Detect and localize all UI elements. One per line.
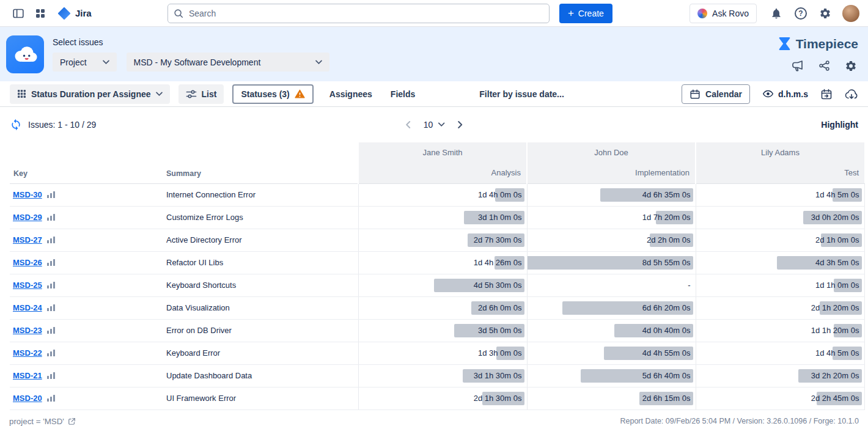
duration-format-label: d.h.m.s — [778, 89, 808, 99]
duration-value: 1d 4h 5m 0s — [815, 190, 859, 199]
duration-value: 4d 4h 55m 0s — [642, 348, 691, 358]
duration-format-button[interactable]: d.h.m.s — [762, 88, 808, 100]
issue-chart-icon[interactable] — [47, 259, 56, 266]
issue-chart-icon[interactable] — [47, 281, 56, 288]
table-row: MSD-29 Customize Error Logs 3d 1h 0m 0s … — [10, 206, 864, 229]
megaphone-icon — [791, 59, 804, 72]
feedback-button[interactable] — [791, 59, 804, 72]
assignees-button[interactable]: Assignees — [329, 89, 372, 99]
issue-chart-icon[interactable] — [47, 349, 56, 356]
table-row: MSD-21 Update Dashboard Data 3d 1h 30m 0… — [10, 364, 864, 387]
issue-key-link[interactable]: MSD-23 — [13, 326, 42, 335]
sidebar-toggle-button[interactable] — [9, 4, 28, 23]
jql-filter-link[interactable]: project = 'MSD' — [9, 417, 76, 426]
duration-value: 1d 7h 20m 0s — [642, 213, 691, 222]
page-size-dropdown[interactable]: 10 — [424, 120, 445, 130]
refresh-icon — [10, 119, 22, 131]
gear-icon — [819, 7, 831, 20]
issue-chart-icon[interactable] — [47, 213, 56, 221]
create-button[interactable]: + Create — [559, 4, 612, 23]
ask-rovo-button[interactable]: Ask Rovo — [690, 4, 757, 23]
view-mode-button[interactable]: List — [178, 84, 224, 104]
issue-summary: Keyboard Error — [165, 342, 358, 364]
duration-value: 5d 6h 40m 0s — [642, 371, 691, 380]
issue-chart-icon[interactable] — [47, 191, 56, 198]
report-toolbar: Status Duration per Assignee List Status… — [0, 81, 868, 107]
export-button[interactable] — [845, 88, 858, 100]
issue-chart-icon[interactable] — [47, 326, 56, 334]
chevron-right-icon — [457, 120, 463, 129]
duration-value: 2d 2h 45m 0s — [811, 394, 859, 403]
report-info: Report Date: 09/Feb/26 5:04 PM / Version… — [620, 417, 859, 425]
issue-summary: UI Framework Error — [165, 387, 358, 409]
app-switcher-button[interactable] — [31, 4, 50, 23]
duration-value: 2d 1h 0m 0s — [815, 235, 859, 244]
table-row: MSD-24 Data Visualization 2d 6h 0m 0s 6d… — [10, 296, 864, 319]
report-type-dropdown[interactable]: Status Duration per Assignee — [10, 84, 170, 104]
duration-value: 2d 1h 20m 0s — [811, 303, 859, 312]
search-input[interactable] — [167, 4, 550, 23]
issue-chart-icon[interactable] — [47, 236, 56, 243]
issue-key-link[interactable]: MSD-29 — [13, 213, 42, 222]
project-dropdown[interactable]: MSD - My Software Development — [127, 53, 329, 72]
fields-button[interactable]: Fields — [391, 89, 415, 99]
view-mode-label: List — [202, 89, 217, 99]
duration-value: 8d 5h 55m 0s — [642, 258, 691, 267]
duration-value: 1d 1h 0m 0s — [815, 281, 859, 290]
share-button[interactable] — [818, 60, 830, 72]
calendar-export-button[interactable] — [820, 88, 833, 100]
issue-key-link[interactable]: MSD-20 — [13, 394, 42, 403]
statuses-button[interactable]: Statuses (3) — [232, 84, 313, 104]
help-icon: ? — [795, 7, 807, 20]
duration-value: 3d 1h 30m 0s — [474, 371, 522, 380]
issue-chart-icon[interactable] — [47, 372, 56, 379]
avatar[interactable] — [842, 5, 859, 22]
share-icon — [818, 60, 830, 72]
duration-value: - — [688, 281, 690, 290]
assignee-header: John Doe — [527, 142, 696, 163]
jira-logo-icon — [57, 7, 71, 20]
issue-key-link[interactable]: MSD-22 — [13, 348, 42, 358]
jira-logo[interactable]: Jira — [57, 7, 92, 20]
assignee-header: Lily Adams — [696, 142, 864, 163]
issue-key-link[interactable]: MSD-24 — [13, 303, 42, 312]
table-row: MSD-20 UI Framework Error 2d 1h 30m 0s 2… — [10, 387, 864, 409]
chevron-down-icon — [156, 92, 163, 97]
date-filter-button[interactable]: Filter by issue date... — [479, 89, 564, 99]
refresh-button[interactable] — [10, 119, 22, 131]
prev-page-button[interactable] — [405, 120, 411, 129]
assignee-header: Jane Smith — [358, 142, 527, 163]
sidebar-toggle-icon — [12, 7, 24, 20]
duration-value: 2d 1h 30m 0s — [474, 394, 522, 403]
highlight-button[interactable]: Highlight — [821, 120, 858, 130]
duration-value: 1d 4h 0m 0s — [478, 190, 522, 199]
calendar-button-label: Calendar — [705, 89, 742, 99]
header-spacer — [10, 142, 358, 163]
issue-key-link[interactable]: MSD-25 — [13, 281, 42, 290]
duration-value: 2d 6h 15m 0s — [642, 394, 691, 403]
next-page-button[interactable] — [457, 120, 463, 129]
scope-type-dropdown[interactable]: Project — [53, 53, 117, 72]
app-settings-button[interactable] — [845, 60, 857, 72]
duration-value: 6d 6h 20m 0s — [642, 303, 691, 312]
issue-chart-icon[interactable] — [47, 394, 56, 402]
chevron-down-icon — [103, 60, 109, 65]
grid-icon — [17, 89, 26, 98]
settings-button[interactable] — [815, 4, 835, 23]
notifications-button[interactable] — [767, 4, 786, 23]
help-button[interactable]: ? — [791, 4, 811, 23]
statuses-label: Statuses (3) — [241, 89, 289, 99]
duration-value: 4d 6h 35m 0s — [642, 190, 691, 199]
table-row: MSD-30 Internet Connection Error 1d 4h 0… — [10, 183, 864, 206]
timepiece-logo-text: Timepiece — [796, 37, 858, 51]
table-row: MSD-26 Refactor UI Libs 1d 4h 26m 0s 8d … — [10, 251, 864, 274]
duration-value: 3d 2h 20m 0s — [811, 371, 859, 380]
issue-key-link[interactable]: MSD-26 — [13, 258, 42, 267]
issue-key-link[interactable]: MSD-30 — [13, 190, 42, 199]
summary-column-header: Summary — [165, 163, 358, 183]
table-row: MSD-25 Keyboard Shortcuts 4d 5h 30m 0s -… — [10, 274, 864, 296]
issue-key-link[interactable]: MSD-21 — [13, 371, 42, 380]
issue-chart-icon[interactable] — [47, 304, 56, 311]
issue-key-link[interactable]: MSD-27 — [13, 235, 42, 244]
calendar-button[interactable]: Calendar — [682, 84, 750, 104]
